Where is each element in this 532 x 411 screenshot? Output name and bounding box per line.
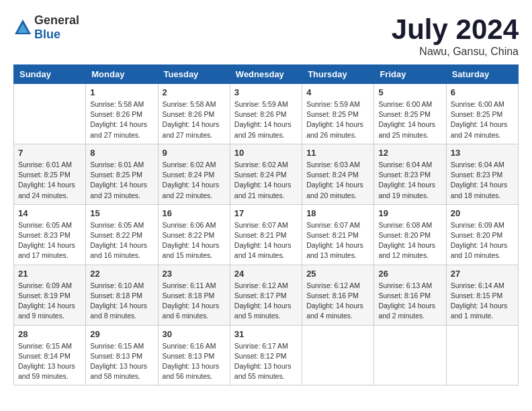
logo-blue-text: Blue <box>34 28 60 41</box>
cell-date-number: 15 <box>90 208 153 218</box>
cell-content: Sunrise: 6:00 AM Sunset: 8:25 PM Dayligh… <box>451 99 514 140</box>
cell-content: Sunrise: 6:07 AM Sunset: 8:21 PM Dayligh… <box>306 220 369 261</box>
cell-date-number: 18 <box>306 208 369 218</box>
calendar-cell: 5Sunrise: 6:00 AM Sunset: 8:25 PM Daylig… <box>374 84 446 144</box>
calendar-cell: 10Sunrise: 6:02 AM Sunset: 8:24 PM Dayli… <box>230 144 302 204</box>
calendar-cell: 17Sunrise: 6:07 AM Sunset: 8:21 PM Dayli… <box>230 204 302 265</box>
cell-date-number: 2 <box>163 87 226 97</box>
calendar-cell: 31Sunrise: 6:17 AM Sunset: 8:12 PM Dayli… <box>230 325 302 385</box>
cell-date-number: 10 <box>234 148 298 158</box>
cell-content: Sunrise: 6:08 AM Sunset: 8:20 PM Dayligh… <box>378 220 441 261</box>
logo-general-text: General <box>34 13 79 27</box>
cell-date-number: 12 <box>378 148 441 158</box>
cell-content: Sunrise: 5:58 AM Sunset: 8:26 PM Dayligh… <box>90 99 153 140</box>
cell-content: Sunrise: 6:07 AM Sunset: 8:21 PM Dayligh… <box>234 220 298 261</box>
cell-content: Sunrise: 6:11 AM Sunset: 8:18 PM Dayligh… <box>163 281 226 322</box>
cell-date-number: 23 <box>163 269 226 279</box>
logo-icon <box>13 18 32 37</box>
day-header-monday: Monday <box>86 65 158 84</box>
calendar-cell: 13Sunrise: 6:04 AM Sunset: 8:23 PM Dayli… <box>446 144 518 204</box>
cell-content: Sunrise: 6:10 AM Sunset: 8:18 PM Dayligh… <box>90 281 153 322</box>
calendar-cell: 20Sunrise: 6:09 AM Sunset: 8:20 PM Dayli… <box>446 204 518 265</box>
cell-date-number: 17 <box>234 208 298 218</box>
day-header-sunday: Sunday <box>14 65 86 84</box>
cell-date-number: 22 <box>90 269 153 279</box>
cell-content: Sunrise: 6:01 AM Sunset: 8:25 PM Dayligh… <box>18 160 81 201</box>
calendar-week-row: 28Sunrise: 6:15 AM Sunset: 8:14 PM Dayli… <box>14 325 519 385</box>
calendar-cell: 6Sunrise: 6:00 AM Sunset: 8:25 PM Daylig… <box>446 84 518 144</box>
cell-date-number: 31 <box>234 329 298 339</box>
cell-date-number: 25 <box>306 269 369 279</box>
cell-date-number: 5 <box>378 87 441 97</box>
cell-content: Sunrise: 6:16 AM Sunset: 8:13 PM Dayligh… <box>163 341 226 382</box>
calendar-cell: 25Sunrise: 6:12 AM Sunset: 8:16 PM Dayli… <box>302 265 374 325</box>
cell-date-number: 9 <box>163 148 226 158</box>
calendar-cell: 21Sunrise: 6:09 AM Sunset: 8:19 PM Dayli… <box>14 265 86 325</box>
cell-date-number: 30 <box>163 329 226 339</box>
day-header-saturday: Saturday <box>446 65 518 84</box>
calendar-cell: 19Sunrise: 6:08 AM Sunset: 8:20 PM Dayli… <box>374 204 446 265</box>
logo: General Blue <box>13 13 79 42</box>
location-subtitle: Nawu, Gansu, China <box>392 46 519 58</box>
cell-content: Sunrise: 5:59 AM Sunset: 8:25 PM Dayligh… <box>306 99 369 140</box>
calendar-header-row: SundayMondayTuesdayWednesdayThursdayFrid… <box>14 65 519 84</box>
cell-content: Sunrise: 6:00 AM Sunset: 8:25 PM Dayligh… <box>378 99 441 140</box>
cell-date-number: 20 <box>451 208 514 218</box>
calendar-cell: 26Sunrise: 6:13 AM Sunset: 8:16 PM Dayli… <box>374 265 446 325</box>
cell-content: Sunrise: 6:04 AM Sunset: 8:23 PM Dayligh… <box>378 160 441 201</box>
calendar-week-row: 1Sunrise: 5:58 AM Sunset: 8:26 PM Daylig… <box>14 84 519 144</box>
cell-content: Sunrise: 6:15 AM Sunset: 8:13 PM Dayligh… <box>90 341 153 382</box>
calendar-cell: 16Sunrise: 6:06 AM Sunset: 8:22 PM Dayli… <box>158 204 230 265</box>
cell-date-number: 1 <box>90 87 153 97</box>
page-header: General Blue July 2024 Nawu, Gansu, Chin… <box>13 13 519 58</box>
cell-content: Sunrise: 6:17 AM Sunset: 8:12 PM Dayligh… <box>234 341 298 382</box>
cell-content: Sunrise: 6:12 AM Sunset: 8:16 PM Dayligh… <box>306 281 369 322</box>
day-header-thursday: Thursday <box>302 65 374 84</box>
calendar-cell: 11Sunrise: 6:03 AM Sunset: 8:24 PM Dayli… <box>302 144 374 204</box>
day-header-wednesday: Wednesday <box>230 65 302 84</box>
calendar-week-row: 7Sunrise: 6:01 AM Sunset: 8:25 PM Daylig… <box>14 144 519 204</box>
calendar-cell: 8Sunrise: 6:01 AM Sunset: 8:25 PM Daylig… <box>86 144 158 204</box>
cell-date-number: 29 <box>90 329 153 339</box>
calendar-cell: 27Sunrise: 6:14 AM Sunset: 8:15 PM Dayli… <box>446 265 518 325</box>
cell-content: Sunrise: 6:12 AM Sunset: 8:17 PM Dayligh… <box>234 281 298 322</box>
day-header-friday: Friday <box>374 65 446 84</box>
title-block: July 2024 Nawu, Gansu, China <box>392 13 519 58</box>
calendar-cell: 18Sunrise: 6:07 AM Sunset: 8:21 PM Dayli… <box>302 204 374 265</box>
calendar-cell: 30Sunrise: 6:16 AM Sunset: 8:13 PM Dayli… <box>158 325 230 385</box>
calendar-cell: 3Sunrise: 5:59 AM Sunset: 8:26 PM Daylig… <box>230 84 302 144</box>
calendar-cell: 22Sunrise: 6:10 AM Sunset: 8:18 PM Dayli… <box>86 265 158 325</box>
cell-date-number: 19 <box>378 208 441 218</box>
cell-content: Sunrise: 5:58 AM Sunset: 8:26 PM Dayligh… <box>163 99 226 140</box>
cell-date-number: 11 <box>306 148 369 158</box>
cell-date-number: 28 <box>18 329 81 339</box>
cell-date-number: 4 <box>306 87 369 97</box>
calendar-cell: 9Sunrise: 6:02 AM Sunset: 8:24 PM Daylig… <box>158 144 230 204</box>
calendar-cell: 2Sunrise: 5:58 AM Sunset: 8:26 PM Daylig… <box>158 84 230 144</box>
calendar-cell <box>374 325 446 385</box>
calendar-cell <box>14 84 86 144</box>
cell-content: Sunrise: 5:59 AM Sunset: 8:26 PM Dayligh… <box>234 99 298 140</box>
cell-content: Sunrise: 6:15 AM Sunset: 8:14 PM Dayligh… <box>18 341 81 382</box>
cell-content: Sunrise: 6:09 AM Sunset: 8:20 PM Dayligh… <box>451 220 514 261</box>
cell-content: Sunrise: 6:05 AM Sunset: 8:22 PM Dayligh… <box>90 220 153 261</box>
cell-content: Sunrise: 6:04 AM Sunset: 8:23 PM Dayligh… <box>451 160 514 201</box>
cell-date-number: 3 <box>234 87 298 97</box>
cell-date-number: 16 <box>163 208 226 218</box>
calendar-cell: 23Sunrise: 6:11 AM Sunset: 8:18 PM Dayli… <box>158 265 230 325</box>
cell-date-number: 27 <box>451 269 514 279</box>
calendar-week-row: 21Sunrise: 6:09 AM Sunset: 8:19 PM Dayli… <box>14 265 519 325</box>
calendar-cell: 12Sunrise: 6:04 AM Sunset: 8:23 PM Dayli… <box>374 144 446 204</box>
calendar-cell: 14Sunrise: 6:05 AM Sunset: 8:23 PM Dayli… <box>14 204 86 265</box>
cell-date-number: 8 <box>90 148 153 158</box>
calendar-cell: 28Sunrise: 6:15 AM Sunset: 8:14 PM Dayli… <box>14 325 86 385</box>
cell-content: Sunrise: 6:02 AM Sunset: 8:24 PM Dayligh… <box>234 160 298 201</box>
month-title: July 2024 <box>392 13 519 46</box>
cell-date-number: 21 <box>18 269 81 279</box>
day-header-tuesday: Tuesday <box>158 65 230 84</box>
calendar-cell: 4Sunrise: 5:59 AM Sunset: 8:25 PM Daylig… <box>302 84 374 144</box>
cell-date-number: 26 <box>378 269 441 279</box>
calendar-cell: 1Sunrise: 5:58 AM Sunset: 8:26 PM Daylig… <box>86 84 158 144</box>
calendar-cell: 29Sunrise: 6:15 AM Sunset: 8:13 PM Dayli… <box>86 325 158 385</box>
cell-date-number: 7 <box>18 148 81 158</box>
